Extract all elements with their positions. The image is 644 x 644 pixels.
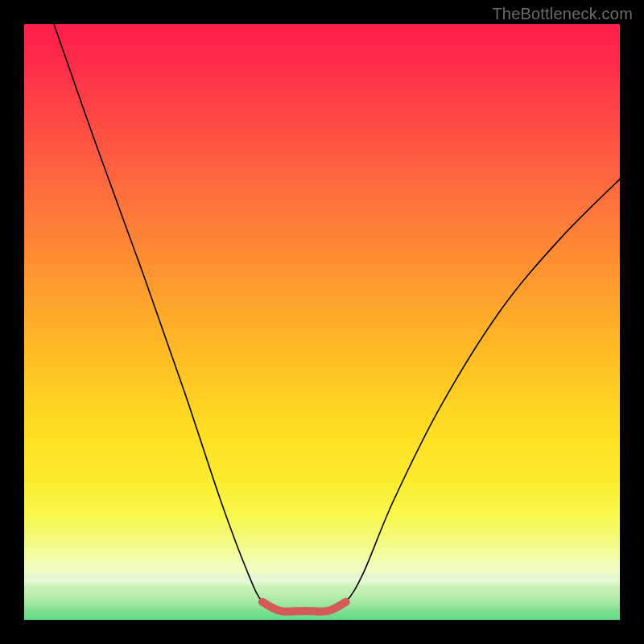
zero-bottleneck-band bbox=[262, 602, 346, 612]
bottleneck-curve bbox=[54, 24, 620, 612]
curve-layer bbox=[24, 24, 620, 620]
watermark-text: TheBottleneck.com bbox=[492, 5, 633, 23]
chart-frame: TheBottleneck.com bbox=[0, 0, 644, 644]
plot-area bbox=[24, 24, 620, 620]
